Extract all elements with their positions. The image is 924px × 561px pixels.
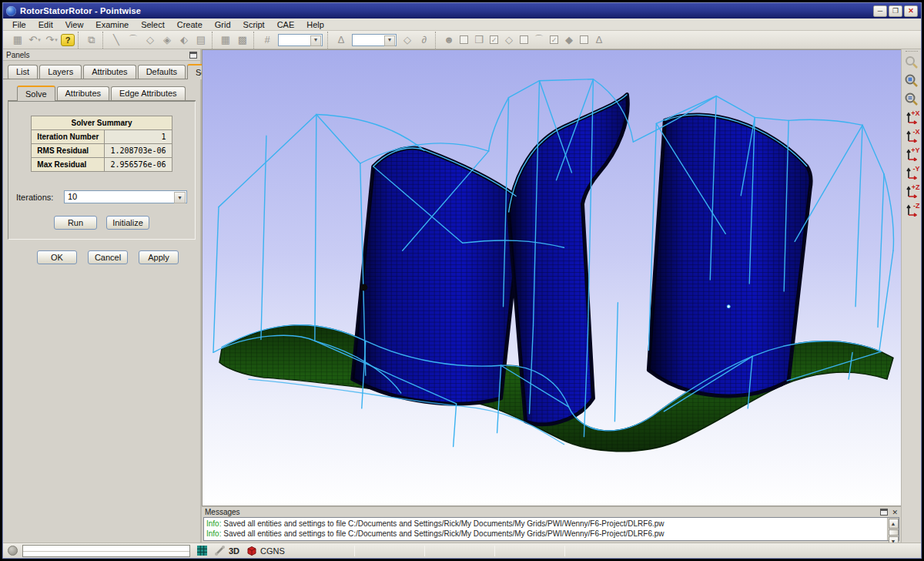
help-icon[interactable]: ?	[61, 34, 75, 46]
log-line: Info: Loaded entities and settings from …	[206, 539, 885, 540]
tab-list[interactable]: List	[8, 65, 38, 79]
block-icon[interactable]: ▤	[193, 32, 209, 48]
panels-title: Panels	[6, 51, 189, 59]
view-plus-x-icon[interactable]: +X	[903, 109, 920, 126]
block-checkbox[interactable]	[490, 35, 498, 44]
initialize-button[interactable]: Initialize	[106, 216, 149, 230]
structured-grid-icon[interactable]: ▦	[218, 32, 233, 48]
view-plus-z-icon[interactable]: +Z	[903, 183, 920, 200]
menu-examine[interactable]: Examine	[89, 20, 135, 29]
connector-checkbox[interactable]	[550, 35, 558, 44]
mask-checkbox[interactable]	[460, 35, 468, 44]
solve-subtab-bar: Solve Attributes Edge Attributes	[8, 79, 196, 101]
tab-layers[interactable]: Layers	[39, 65, 82, 79]
domain-icon[interactable]: ◇	[142, 32, 158, 48]
statusbar-divider	[424, 546, 425, 556]
viewport-3d[interactable]	[202, 49, 901, 506]
iterations-combobox[interactable]: 10	[64, 190, 187, 203]
point-spacing-icon[interactable]: ∆	[591, 32, 607, 48]
menu-view[interactable]: View	[59, 20, 90, 29]
apply-button[interactable]: Apply	[139, 250, 179, 264]
panels-caption[interactable]: Panels	[3, 49, 200, 61]
subtab-solve[interactable]: Solve	[17, 86, 55, 101]
diamond-icon[interactable]: ◇	[400, 32, 415, 48]
connector-tool-icon[interactable]	[214, 545, 226, 556]
messages-caption[interactable]: Messages ✕	[202, 507, 901, 517]
view-minus-y-icon[interactable]: -Y	[903, 165, 920, 182]
axis-label: -Z	[913, 202, 920, 210]
messages-scrollbar[interactable]: ▲ ▼	[887, 518, 899, 540]
spacing-icon[interactable]: ∆	[333, 32, 349, 48]
view-plus-y-icon[interactable]: +Y	[903, 146, 920, 163]
derivative-icon[interactable]: ∂	[417, 32, 432, 48]
create-toolbar-group: ╲ ⌒ ◇ ◈ ⬖ ▤	[102, 32, 212, 49]
restore-button[interactable]: ❐	[889, 5, 902, 17]
scroll-up-icon[interactable]: ▲	[889, 519, 899, 529]
mode-3d-label[interactable]: 3D	[229, 546, 239, 556]
messages-panel: Messages ✕ Info: Saved all entities and …	[202, 506, 901, 543]
undo-icon[interactable]: ↶	[27, 32, 42, 48]
mask-icon[interactable]: ☻	[441, 32, 457, 48]
curve-icon[interactable]: ⌒	[126, 32, 141, 48]
shaded-domain-icon[interactable]: ◈	[159, 32, 175, 48]
axis-label: +Z	[912, 183, 920, 191]
subtab-attributes[interactable]: Attributes	[57, 86, 109, 100]
toolbar-grip[interactable]	[906, 51, 918, 53]
panels-float-icon[interactable]	[189, 52, 197, 59]
save-icon[interactable]: ▦	[10, 32, 25, 48]
curve2-icon[interactable]: ⌒	[531, 32, 547, 48]
menu-edit[interactable]: Edit	[32, 20, 59, 29]
messages-float-icon[interactable]	[880, 509, 888, 516]
diamond3-icon[interactable]: ◆	[561, 32, 577, 48]
messages-title: Messages	[205, 508, 880, 516]
tab-defaults[interactable]: Defaults	[138, 65, 186, 79]
menu-grid[interactable]: Grid	[209, 20, 237, 29]
zoom-equal-icon[interactable]	[903, 91, 920, 108]
dimension-combobox[interactable]	[278, 34, 323, 46]
layer-stack-icon[interactable]: ⧉	[84, 32, 99, 48]
dialog-buttons-row: OK Cancel Apply	[37, 250, 196, 264]
selected-point-marker[interactable]	[360, 284, 367, 291]
title-bar[interactable]: RotorStatorRotor - Pointwise ─ ❐ ✕	[3, 3, 921, 18]
redo-icon[interactable]: ↷	[44, 32, 59, 48]
display-toolbar-group: ☻ ❒ ◇ ⌒ ◆ ∆	[435, 32, 610, 49]
menu-file[interactable]: File	[6, 20, 32, 29]
log-level: Info:	[206, 539, 221, 540]
ok-button[interactable]: OK	[37, 250, 77, 264]
grid-mode-icon[interactable]	[196, 545, 208, 556]
axis-label: -X	[913, 128, 920, 136]
cancel-button[interactable]: Cancel	[88, 250, 128, 264]
menu-select[interactable]: Select	[135, 20, 171, 29]
menu-script[interactable]: Script	[237, 20, 271, 29]
tab-attributes[interactable]: Attributes	[83, 65, 136, 79]
run-button[interactable]: Run	[54, 216, 97, 230]
messages-close-icon[interactable]: ✕	[892, 509, 898, 516]
diamond2-icon[interactable]: ◇	[501, 32, 517, 48]
grid-point-marker	[727, 305, 730, 308]
view-minus-x-icon[interactable]: -X	[903, 128, 920, 145]
subtab-edge-attributes[interactable]: Edge Attributes	[111, 86, 186, 100]
log-text: Loaded entities and settings from file C…	[221, 539, 702, 540]
view-minus-z-icon[interactable]: -Z	[903, 202, 920, 219]
cae-solver-label[interactable]: CGNS	[260, 546, 285, 556]
menu-create[interactable]: Create	[171, 20, 209, 29]
cube-icon[interactable]: ❒	[471, 32, 487, 48]
progress-box	[22, 545, 190, 557]
close-button[interactable]: ✕	[904, 5, 918, 17]
menu-cae[interactable]: CAE	[271, 20, 301, 29]
domain-checkbox[interactable]	[520, 35, 528, 44]
minimize-button[interactable]: ─	[873, 5, 887, 17]
table-row: Max Residual 2.956576e-06	[32, 158, 172, 172]
dimension-icon[interactable]: #	[259, 32, 275, 48]
rms-residual-label: RMS Residual	[32, 144, 105, 158]
surface-icon[interactable]: ⬖	[176, 32, 192, 48]
menu-help[interactable]: Help	[300, 20, 330, 29]
unstructured-grid-icon[interactable]: ▩	[235, 32, 250, 48]
connector-icon[interactable]: ╲	[109, 32, 124, 48]
zoom-extents-icon[interactable]	[903, 72, 920, 89]
iteration-number-label: Iteration Number	[32, 130, 105, 144]
scroll-thumb[interactable]	[889, 529, 899, 536]
spacing-combobox[interactable]	[352, 34, 397, 46]
window-title: RotorStatorRotor - Pointwise	[20, 6, 872, 15]
database-checkbox[interactable]	[580, 35, 588, 44]
